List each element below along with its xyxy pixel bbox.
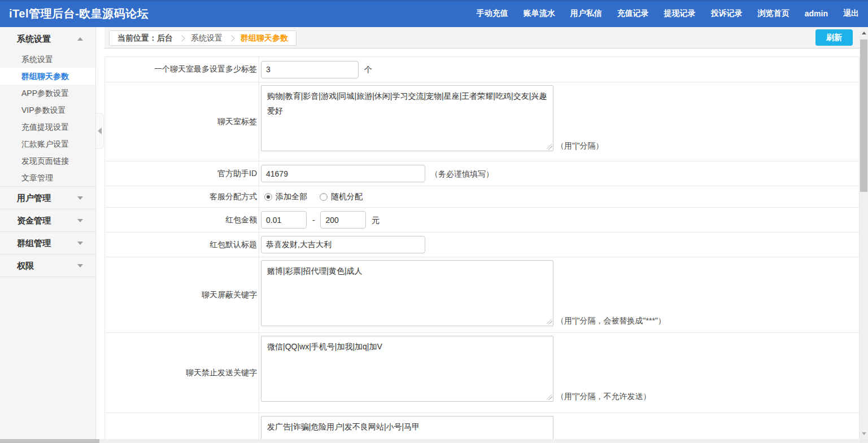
menu-recharge-records[interactable]: 充值记录 (617, 8, 649, 19)
form-row-red-packet-amount: 红包金额 - 元 (105, 208, 860, 233)
breadcrumb-item-group-chat-params: 群组聊天参数 (241, 33, 288, 43)
form-row-max-tags: 一个聊天室最多设置多少标签 个 (105, 57, 860, 82)
horizontal-scrollbar[interactable] (0, 439, 860, 443)
sidebar-item-remit-account[interactable]: 汇款账户设置 (0, 135, 95, 152)
top-bar: iTel管理后台-欧皇源码论坛 手动充值 账单流水 用户私信 充值记录 提现记录… (0, 0, 868, 27)
refresh-button[interactable]: 刷新 (815, 29, 853, 46)
scroll-down-button[interactable] (860, 429, 868, 438)
range-separator: - (312, 216, 315, 225)
main-content: 当前位置：后台 系统设置 群组聊天参数 刷新 一个聊天室最多设置多少标签 个 聊… (96, 27, 860, 443)
sidebar-submenu: 系统设置 群组聊天参数 APP参数设置 VIP参数设置 充值提现设置 汇款账户设… (0, 51, 95, 186)
sidebar-item-group-chat-params[interactable]: 群组聊天参数 (0, 68, 95, 85)
max-tags-input[interactable] (261, 61, 359, 78)
sidebar-item-app-params[interactable]: APP参数设置 (0, 85, 95, 102)
service-assign-radio-group: 添加全部 随机分配 (261, 192, 854, 202)
breadcrumb-bar: 当前位置：后台 系统设置 群组聊天参数 刷新 (104, 27, 860, 49)
red-packet-min-input[interactable] (261, 211, 307, 229)
menu-withdraw-records[interactable]: 提现记录 (664, 8, 696, 19)
chevron-down-icon (77, 264, 83, 267)
app-title: iTel管理后台-欧皇源码论坛 (9, 0, 149, 27)
field-hint: （务必谨慎填写） (430, 169, 494, 178)
sidebar-item-recharge-withdraw[interactable]: 充值提现设置 (0, 119, 95, 135)
sidebar-item-vip-params[interactable]: VIP参数设置 (0, 102, 95, 119)
sidebar-item-article-manage[interactable]: 文章管理 (0, 169, 95, 186)
chevron-down-icon (77, 196, 83, 200)
field-label: 一个聊天室最多设置多少标签 (105, 57, 259, 82)
radio-label: 随机分配 (331, 192, 363, 202)
sidebar-item-discover-links[interactable]: 发现页面链接 (0, 152, 95, 169)
field-label: 红包默认标题 (105, 233, 259, 257)
breadcrumb-location: 当前位置：后台 (117, 33, 173, 43)
scrollbar-corner (860, 439, 868, 443)
top-menu: 手动充值 账单流水 用户私信 充值记录 提现记录 投诉记录 浏览首页 admin… (477, 0, 859, 27)
radio-option-random-assign[interactable]: 随机分配 (320, 192, 363, 202)
sidebar-group-label: 资金管理 (17, 216, 51, 225)
resize-grip-icon[interactable] (547, 144, 552, 150)
radio-unselected-icon[interactable] (320, 193, 328, 201)
sidebar-group-label: 系统设置 (17, 34, 51, 43)
sidebar-group-label: 权限 (17, 261, 34, 270)
scroll-up-icon (862, 32, 866, 34)
menu-admin[interactable]: admin (805, 9, 828, 18)
radio-option-add-all[interactable]: 添加全部 (264, 192, 307, 202)
official-assistant-id-input[interactable] (261, 165, 425, 182)
breadcrumb-item-system-settings[interactable]: 系统设置 (191, 33, 223, 43)
resize-grip-icon[interactable] (547, 394, 552, 400)
red-packet-title-input[interactable] (261, 236, 425, 253)
blocked-keywords-textarea[interactable]: 赌博|彩票|招代理|黄色|成人 (261, 260, 553, 326)
scroll-up-button[interactable] (860, 28, 868, 37)
sidebar-group-system-settings[interactable]: 系统设置 (0, 27, 95, 51)
vertical-scrollbar-thumb[interactable] (860, 40, 867, 192)
sidebar-group-permissions[interactable]: 权限 (0, 254, 95, 277)
sidebar-collapse-handle[interactable] (96, 113, 104, 149)
settings-form: 一个聊天室最多设置多少标签 个 聊天室标签 购物|教育|影音|游戏|同城|旅游|… (104, 56, 860, 443)
form-row-bottom-partial: 发广告|诈骗|危险用户|发不良网站|小号|马甲 (105, 413, 860, 443)
field-label: 客服分配方式 (105, 186, 259, 208)
red-packet-max-input[interactable] (320, 211, 366, 229)
menu-user-messages[interactable]: 用户私信 (570, 8, 602, 19)
field-label (105, 413, 259, 443)
chevron-down-icon (77, 219, 83, 222)
sidebar-divider (0, 277, 95, 277)
form-row-official-assistant-id: 官方助手ID （务必谨慎填写） (105, 161, 860, 186)
field-hint: （用"|"分隔） (556, 141, 604, 151)
sidebar-group-label: 群组管理 (17, 238, 51, 248)
menu-manual-recharge[interactable]: 手动充值 (477, 8, 508, 19)
field-label: 聊天室标签 (105, 82, 259, 161)
vertical-scrollbar[interactable] (860, 27, 868, 439)
menu-bill-flow[interactable]: 账单流水 (524, 8, 555, 19)
sidebar-group-funds-manage[interactable]: 资金管理 (0, 209, 95, 231)
chevron-down-icon (77, 242, 83, 245)
chevron-up-icon (77, 37, 83, 41)
field-label: 红包金额 (105, 208, 259, 233)
form-row-service-assign: 客服分配方式 添加全部 随机分配 (105, 186, 860, 208)
collapse-left-icon (98, 128, 102, 134)
radio-selected-icon[interactable] (264, 193, 272, 201)
field-hint: （用"|"分隔，会被替换成"***"） (556, 316, 666, 326)
field-label: 聊天禁止发送关键字 (105, 333, 259, 413)
menu-logout[interactable]: 退出 (843, 8, 859, 19)
sidebar-group-label: 用户管理 (17, 193, 51, 203)
breadcrumb-separator-icon (228, 35, 234, 41)
field-label: 聊天屏蔽关键字 (105, 257, 259, 333)
form-row-red-packet-title: 红包默认标题 (105, 233, 860, 257)
sidebar-group-group-manage[interactable]: 群组管理 (0, 231, 95, 254)
scroll-down-icon (862, 432, 866, 435)
chat-tags-textarea[interactable]: 购物|教育|影音|游戏|同城|旅游|休闲|学习交流|宠物|星座|王者荣耀|吃鸡|… (261, 85, 553, 151)
sidebar-group-user-manage[interactable]: 用户管理 (0, 186, 95, 209)
menu-complaint-records[interactable]: 投诉记录 (711, 8, 743, 19)
forbidden-keywords-textarea[interactable]: 微信|QQ|wx|手机号|加我|加q|加V (261, 336, 553, 402)
field-label: 官方助手ID (105, 161, 259, 186)
sidebar: 系统设置 系统设置 群组聊天参数 APP参数设置 VIP参数设置 充值提现设置 … (0, 27, 96, 443)
field-hint: （用"|"分隔，不允许发送） (556, 392, 651, 402)
form-row-forbidden-keywords: 聊天禁止发送关键字 微信|QQ|wx|手机号|加我|加q|加V （用"|"分隔，… (105, 333, 860, 413)
field-suffix: 个 (364, 65, 372, 74)
field-suffix: 元 (372, 216, 380, 225)
resize-grip-icon[interactable] (547, 319, 552, 324)
horizontal-scrollbar-thumb[interactable] (0, 439, 99, 443)
sidebar-item-system-settings[interactable]: 系统设置 (0, 51, 95, 68)
form-row-chat-tags: 聊天室标签 购物|教育|影音|游戏|同城|旅游|休闲|学习交流|宠物|星座|王者… (105, 82, 860, 161)
menu-browse-home[interactable]: 浏览首页 (758, 8, 790, 19)
breadcrumb-separator-icon (178, 35, 185, 41)
radio-label: 添加全部 (276, 192, 307, 202)
